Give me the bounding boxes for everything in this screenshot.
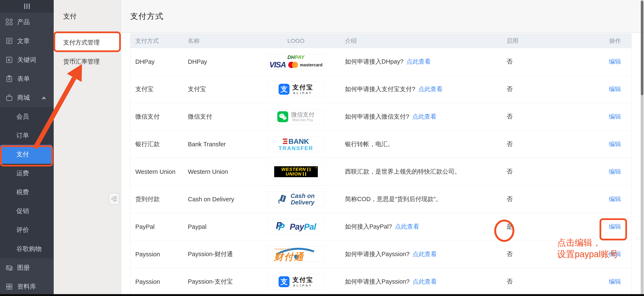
cod-hand-icon [277,194,288,205]
method-cell: 微信支付 [130,103,183,131]
intro-cell: 银行转帐，电汇。 [332,131,504,158]
sidebar-item-label: 文章 [17,37,30,45]
col-header-actions: 操作 [592,34,632,48]
logo-cell: TENPAY.COM 财付通 [260,241,332,268]
menu-item-currency-rate-management[interactable]: 货币汇率管理 [54,52,121,71]
method-cell: PayPal [130,213,183,241]
cash-on-delivery-logo: Cash onDelivery [268,191,324,207]
scrollbar-thumb[interactable] [641,1,643,95]
table-row-alipay: 支付宝 支付宝 支 支付宝ALIPAY 如何申请接入支付宝支付?点此查看 否 [130,76,632,103]
enabled-cell: 否 [504,48,592,76]
secondary-sidebar: 支付 支付方式管理 货币汇率管理 [54,0,121,296]
sidebar-subitem-orders[interactable]: 订单 [0,126,54,145]
payment-methods-table: 支付方式 名称 LOGO 介绍 启用 操作 DHPay DHPay [130,34,632,295]
sidebar-subitem-reviews[interactable]: 评价 [0,220,54,239]
visa-logo: VISA [269,61,286,69]
edit-link[interactable]: 编辑 [609,251,621,257]
name-cell: Payssion-支付宝 [183,268,260,295]
collapse-panel-button[interactable] [109,193,120,205]
name-cell: DHPay [183,48,260,76]
name-cell: Cash on Delivery [183,186,260,213]
sidebar-item-articles[interactable]: 文章 [0,32,54,50]
col-header-logo: LOGO [260,34,332,48]
method-cell: Payssion [130,268,183,295]
edit-link[interactable]: 编辑 [609,86,621,92]
sidebar-item-label: 关键词 [17,56,36,64]
actions-cell: 编辑 [592,213,632,241]
actions-cell: 编辑 [592,186,632,213]
method-cell: Payssion [130,241,183,268]
paypal-logo: PP PayPal [268,219,324,234]
edit-link[interactable]: 编辑 [609,141,621,147]
sidebar-subitem-shipping[interactable]: 运费 [0,164,54,183]
table-header-row: 支付方式 名称 LOGO 介绍 启用 操作 [130,34,632,48]
edit-link[interactable]: 编辑 [609,196,621,202]
logo-cell: Cash onDelivery [260,186,332,213]
col-header-method: 支付方式 [130,34,183,48]
method-cell: Western Union [130,158,183,186]
sidebar-item-mall[interactable]: 商城 [0,88,54,107]
view-details-link[interactable]: 点此查看 [412,278,437,285]
actions-cell: 编辑 [592,268,632,295]
keywords-icon: K [6,56,13,64]
sidebar-item-keywords[interactable]: K 关键词 [0,50,54,69]
method-cell: DHPay [130,48,183,76]
intro-cell: 西联汇款，是世界上领先的特快汇款公司。 [332,158,504,186]
bottom-black-bar [0,294,644,296]
intro-cell: 如何申请接入Payssion?点此查看 [332,268,504,295]
articles-icon [6,37,13,45]
menu-item-payment-method-management[interactable]: 支付方式管理 [54,33,121,52]
enabled-cell: 否 [504,268,592,295]
sidebar-item-label: 资料库 [17,282,36,291]
wechat-pay-logo: 微信支付WeChat Pay [268,109,324,125]
sidebar-subitem-payment[interactable]: 支付 [0,145,52,164]
view-details-link[interactable]: 点此查看 [406,58,431,65]
sidebar-collapse-toggle[interactable] [0,0,54,13]
view-details-link[interactable]: 点此查看 [412,251,437,257]
sidebar-item-label: 产品 [17,18,30,27]
intro-cell: 如何接入PayPal?点此查看 [332,213,504,241]
forms-icon [6,75,13,83]
actions-cell: 编辑 [592,158,632,186]
edit-link[interactable]: 编辑 [609,168,621,175]
table-row-payssion-alipay: Payssion Payssion-支付宝 支 支付宝ALIPAY 如何申请接入… [130,268,632,295]
sidebar-subitem-members[interactable]: 会员 [0,107,54,126]
vertical-scrollbar[interactable] [641,0,644,296]
table-row-dhpay: DHPay DHPay DHPAY VISA [130,48,632,76]
alipay-logo: 支 支付宝ALIPAY [268,274,324,289]
primary-sidebar: 产品 文章 K 关键词 表单 [0,0,54,296]
view-details-link[interactable]: 点此查看 [412,113,436,120]
name-cell: 支付宝 [183,76,260,103]
edit-link[interactable]: 编辑 [609,113,621,120]
sidebar-item-library[interactable]: 资料库 [0,277,54,296]
view-details-link[interactable]: 点此查看 [395,223,419,230]
sidebar-subitem-google-shopping[interactable]: 谷歌购物 [0,239,54,258]
sidebar-item-gallery[interactable]: 图册 [0,258,54,277]
intro-cell: 如何申请接入Payssion?点此查看 [332,241,504,268]
svg-text:K: K [8,58,11,62]
sidebar-subitem-promotions[interactable]: 促销 [0,201,54,220]
sidebar-item-products[interactable]: 产品 [0,13,54,32]
sidebar-subitem-tax[interactable]: 税费 [0,183,54,201]
actions-cell: 编辑 [592,76,632,103]
sidebar-item-forms[interactable]: 表单 [0,69,54,88]
main-content: 支付方式 支付方式 名称 LOGO 介绍 启用 操作 D [121,0,644,296]
collapse-panel-icon [111,196,117,202]
tenpay-logo: TENPAY.COM 财付通 [268,246,324,262]
edit-link[interactable]: 编辑 [609,278,621,285]
alipay-mark-icon: 支 [278,276,290,287]
logo-cell: PP PayPal [260,213,332,241]
alipay-mark-icon: 支 [278,84,290,95]
edit-link[interactable]: 编辑 [609,58,621,65]
view-details-link[interactable]: 点此查看 [418,86,442,92]
enabled-cell: 否 [504,241,592,268]
edit-link[interactable]: 编辑 [609,223,621,230]
method-cell: 银行汇款 [130,131,183,158]
gallery-icon [6,264,13,271]
enabled-cell: 否 [504,76,592,103]
method-cell: 货到付款 [130,186,183,213]
name-cell: 微信支付 [183,103,260,131]
table-row-western-union: Western Union Western Union ® WESTERN UN… [130,158,632,186]
enabled-cell: 是 [504,213,592,241]
name-cell: Paypal [183,213,260,241]
